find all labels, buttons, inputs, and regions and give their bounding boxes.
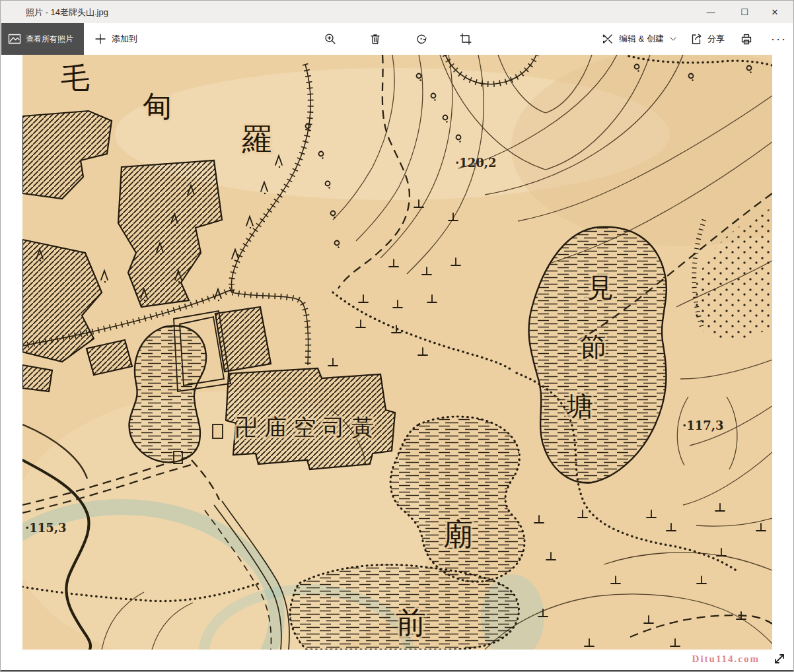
photos-app-icon	[8, 32, 21, 46]
window-title: 照片 - 14老牌头山.jpg	[26, 7, 108, 18]
toolbar: 查看所有照片 添加到	[1, 23, 793, 55]
photo-viewer: 毛毛甸甸羅羅見見節節塘塘廟廟前前卍庙空司黃卍庙空司黃·120,2·117,3·1…	[1, 55, 793, 670]
plus-icon	[94, 32, 107, 46]
add-to-label: 添加到	[112, 33, 137, 45]
share-button[interactable]: 分享	[690, 23, 725, 55]
zoom-button[interactable]	[324, 23, 337, 55]
add-to-button[interactable]: 添加到	[94, 23, 137, 55]
trash-icon	[369, 32, 382, 46]
minimize-button[interactable]: —	[696, 1, 726, 23]
rotate-button[interactable]	[415, 23, 428, 55]
map-label-luo: 羅	[242, 123, 272, 156]
titlebar: 照片 - 14老牌头山.jpg — ☐ ✕	[1, 1, 793, 23]
edit-create-button[interactable]: 编辑 & 创建	[601, 23, 678, 55]
share-icon	[690, 32, 703, 46]
crop-button[interactable]	[459, 23, 472, 55]
delete-button[interactable]	[369, 23, 382, 55]
edit-create-label: 编辑 & 创建	[619, 33, 664, 45]
see-all-photos-label: 查看所有照片	[26, 34, 73, 45]
print-icon	[740, 32, 753, 46]
photo-canvas[interactable]: 毛毛甸甸羅羅見見節節塘塘廟廟前前卍庙空司黃卍庙空司黃·120,2·117,3·1…	[22, 55, 772, 650]
map-label-miao: 廟	[443, 518, 474, 551]
fullscreen-button[interactable]	[772, 651, 787, 667]
print-button[interactable]	[740, 23, 753, 55]
map-image: 毛毛甸甸羅羅見見節節塘塘廟廟前前卍庙空司黃卍庙空司黃·120,2·117,3·1…	[22, 55, 772, 650]
see-all-photos-button[interactable]: 查看所有照片	[1, 23, 84, 55]
window-bottom-border	[1, 670, 793, 671]
elevation-120: ·120,2	[455, 156, 497, 170]
close-button[interactable]: ✕	[760, 1, 790, 23]
maximize-button[interactable]: ☐	[729, 1, 760, 23]
elevation-117: ·117,3	[682, 419, 724, 432]
edit-icon	[601, 32, 614, 46]
elevation-115: ·115,3	[25, 521, 67, 535]
chevron-down-icon	[668, 34, 678, 44]
expand-diagonal-icon	[776, 655, 783, 663]
rotate-icon	[415, 32, 428, 46]
map-label-temple: 卍庙空司黃	[235, 415, 380, 440]
zoom-in-icon	[324, 32, 337, 46]
map-label-jie: 節	[580, 332, 606, 362]
map-label-tang: 塘	[566, 391, 593, 421]
app-window: 照片 - 14老牌头山.jpg — ☐ ✕ 查看所有照片 添加到	[0, 0, 794, 672]
map-label-mao: 毛	[61, 62, 90, 94]
map-label-qian: 前	[396, 606, 426, 640]
watermark: Ditu114.com	[692, 654, 760, 665]
share-label: 分享	[707, 33, 725, 45]
map-label-jian: 見	[587, 273, 614, 302]
crop-icon	[459, 32, 472, 46]
map-label-dian: 甸	[143, 90, 172, 123]
more-button[interactable]: ···	[771, 23, 787, 55]
